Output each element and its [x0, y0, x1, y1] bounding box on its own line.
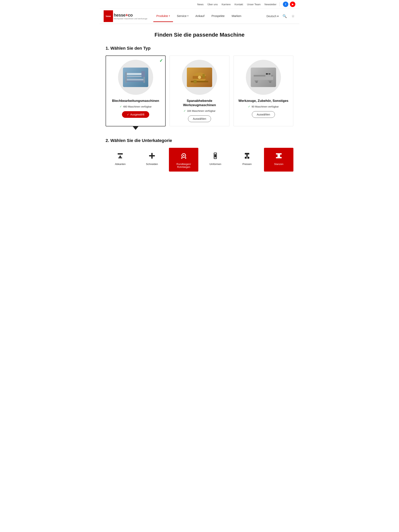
svg-rect-34	[246, 155, 248, 157]
sub-cat-umformen[interactable]: Umformen	[201, 148, 230, 171]
pressen-icon	[242, 151, 252, 161]
language-selector[interactable]: Deutsch ▾	[266, 15, 279, 18]
sub-cat-pressen[interactable]: Pressen	[232, 148, 262, 171]
logo-box: hesse	[104, 10, 113, 22]
chevron-down-icon: ▾	[187, 15, 188, 17]
sub-cat-rundbiegen[interactable]: Rundbiegen/ Rohrbiegen	[169, 148, 198, 171]
header-right: Deutsch ▾ 🔍 ☆	[266, 13, 295, 19]
svg-rect-11	[202, 74, 205, 78]
svg-rect-0	[126, 73, 143, 75]
sub-cat-label-stanzen: Stanzen	[274, 163, 283, 165]
type-card-blechbearbeitung[interactable]: ✓ Blechbearbeitungsmaschinen	[106, 56, 166, 126]
svg-rect-18	[268, 80, 272, 81]
sub-cat-stanzen[interactable]: Stanzen	[264, 148, 293, 171]
chevron-down-icon: ▾	[277, 15, 279, 18]
svg-rect-1	[126, 76, 143, 77]
svg-rect-17	[255, 80, 258, 81]
top-bar: News Über uns Karriere Kontakt Unser Tea…	[100, 0, 299, 9]
svg-point-30	[185, 157, 186, 159]
svg-point-29	[181, 157, 183, 159]
selected-check-icon: ✓	[159, 58, 163, 63]
svg-rect-12	[194, 80, 197, 83]
sub-cat-label-pressen: Pressen	[242, 163, 252, 165]
check-icon: ✓	[127, 113, 129, 116]
search-button[interactable]: 🔍	[282, 13, 288, 19]
logo-area[interactable]: hesse hesse+co blechpower maschinen und …	[104, 9, 148, 24]
sub-cat-label-abkanten: Abkanten	[115, 163, 126, 165]
svg-rect-2	[126, 79, 143, 80]
sub-cat-schneiden[interactable]: Schneiden	[137, 148, 167, 171]
top-bar-divider	[280, 2, 280, 6]
svg-rect-37	[276, 153, 282, 155]
svg-rect-10	[191, 81, 208, 82]
svg-rect-32	[214, 154, 216, 157]
machine-image	[251, 68, 276, 87]
top-bar-links: News Über uns Karriere Kontakt Unser Tea…	[197, 3, 277, 6]
svg-point-9	[198, 76, 201, 79]
logo-sub: blechpower maschinen und werkzeuge	[114, 18, 148, 20]
page-content: Finden Sie die passende Maschine 1. Wähl…	[100, 24, 299, 179]
svg-rect-35	[245, 157, 247, 159]
select-button-blechbearbeitung[interactable]: ✓ Ausgewählt	[122, 111, 149, 118]
chevron-down-icon: ▾	[169, 15, 170, 17]
type-card-werkzeuge[interactable]: Werkzeuge, Zubehör, Sonstiges ✓ 90 Masch…	[233, 56, 293, 126]
logo-main: hesse+co	[114, 13, 148, 18]
check-icon: ✓	[120, 105, 122, 108]
card-availability-spanabhebend: ✓ 184 Maschinen verfügbar	[173, 109, 226, 112]
schneiden-icon	[147, 151, 157, 161]
type-card-spanabhebend[interactable]: Spanabhebende Werkzeugmaschinen ✓ 184 Ma…	[169, 56, 230, 126]
card-image-werkzeuge	[246, 60, 281, 95]
card-availability-werkzeuge: ✓ 90 Maschinen verfügbar	[237, 105, 290, 108]
stanzen-icon	[274, 151, 284, 161]
topbar-link-unser-team[interactable]: Unser Team	[247, 3, 261, 6]
youtube-icon[interactable]: ▶	[290, 1, 295, 7]
social-icons: f ▶	[283, 1, 295, 7]
main-nav: Produkte ▾ Service ▾ Ankauf Prospekte Ma…	[153, 10, 266, 22]
topbar-link-news[interactable]: News	[197, 3, 204, 6]
section2: 2. Wählen Sie die Unterkategorie Abkante…	[106, 138, 293, 171]
svg-rect-21	[269, 73, 270, 75]
card-availability-blechbearbeitung: ✓ 480 Maschinen verfügbar	[109, 105, 162, 108]
svg-rect-26	[149, 155, 155, 157]
svg-rect-39	[276, 157, 282, 158]
check-icon: ✓	[184, 109, 186, 112]
machine-image	[187, 68, 212, 87]
svg-rect-36	[247, 157, 249, 159]
rundbiegen-icon	[179, 151, 189, 161]
topbar-link-karriere[interactable]: Karriere	[221, 3, 231, 6]
svg-rect-33	[245, 153, 249, 154]
card-title-werkzeuge: Werkzeuge, Zubehör, Sonstiges	[237, 99, 290, 103]
svg-rect-24	[118, 158, 122, 158]
logo-text: hesse+co blechpower maschinen und werkze…	[114, 13, 148, 20]
type-cards: ✓ Blechbearbeitungsmaschinen	[106, 56, 293, 126]
card-image-blechbearbeitung	[118, 60, 153, 95]
nav-item-service[interactable]: Service ▾	[174, 10, 192, 22]
select-button-werkzeuge[interactable]: Auswählen	[252, 111, 275, 118]
sub-cat-label-schneiden: Schneiden	[146, 163, 158, 165]
logo-box-text: hesse	[106, 15, 111, 17]
facebook-icon[interactable]: f	[283, 1, 288, 7]
page-title: Finden Sie die passende Maschine	[106, 32, 293, 38]
umformen-icon	[210, 151, 220, 161]
sub-cat-abkanten[interactable]: Abkanten	[106, 148, 135, 171]
favorites-button[interactable]: ☆	[291, 13, 295, 19]
topbar-link-kontakt[interactable]: Kontakt	[235, 3, 243, 6]
svg-rect-38	[277, 155, 280, 157]
card-image-spanabhebend	[182, 60, 217, 95]
topbar-link-ueber-uns[interactable]: Über uns	[207, 3, 218, 6]
nav-item-prospekte[interactable]: Prospekte	[208, 10, 228, 22]
section2-title: 2. Wählen Sie die Unterkategorie	[106, 138, 293, 143]
select-button-spanabhebend[interactable]: Auswählen	[188, 115, 211, 122]
nav-item-ankauf[interactable]: Ankauf	[192, 10, 208, 22]
nav-item-marken[interactable]: Marken	[229, 10, 245, 22]
card-title-blechbearbeitung: Blechbearbeitungsmaschinen	[109, 99, 162, 103]
card-title-spanabhebend: Spanabhebende Werkzeugmaschinen	[173, 99, 226, 107]
svg-rect-5	[142, 71, 145, 77]
svg-rect-22	[118, 153, 123, 155]
svg-rect-6	[126, 81, 144, 82]
topbar-link-newsletter[interactable]: Newsletter	[264, 3, 277, 6]
header: hesse hesse+co blechpower maschinen und …	[100, 9, 299, 24]
nav-item-produkte[interactable]: Produkte ▾	[153, 10, 173, 22]
sub-categories: Abkanten Schneiden	[106, 148, 293, 171]
svg-marker-23	[119, 155, 122, 157]
